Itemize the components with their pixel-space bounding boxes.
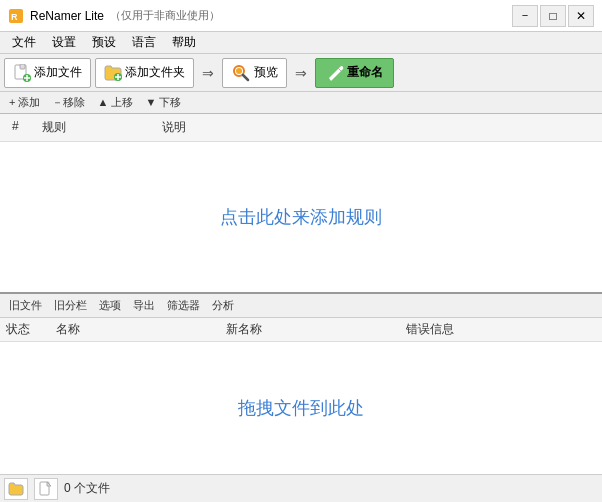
preview-label: 预览 [254, 64, 278, 81]
app-title: ReNamer Lite [30, 9, 104, 23]
add-file-icon [13, 64, 31, 82]
minimize-button[interactable]: － [512, 5, 538, 27]
rename-label: 重命名 [347, 64, 383, 81]
menu-presets[interactable]: 预设 [84, 32, 124, 53]
rules-panel: # 规则 说明 点击此处来添加规则 [0, 114, 602, 294]
menu-file[interactable]: 文件 [4, 32, 44, 53]
files-tab-old-col[interactable]: 旧分栏 [49, 297, 92, 314]
add-file-label: 添加文件 [34, 64, 82, 81]
files-tab-filter[interactable]: 筛选器 [162, 297, 205, 314]
svg-text:R: R [11, 12, 18, 22]
close-button[interactable]: ✕ [568, 5, 594, 27]
app-subtitle: （仅用于非商业使用） [110, 8, 220, 23]
svg-line-12 [243, 75, 248, 80]
files-tab-export[interactable]: 导出 [128, 297, 160, 314]
menu-settings[interactable]: 设置 [44, 32, 84, 53]
files-body[interactable]: 拖拽文件到此处 [0, 342, 602, 474]
add-file-button[interactable]: 添加文件 [4, 58, 91, 88]
rules-header: # 规则 说明 [0, 114, 602, 142]
col-number: # [6, 117, 36, 138]
arrow1: ⇒ [198, 65, 218, 81]
main-area: # 规则 说明 点击此处来添加规则 旧文件 旧分栏 选项 导出 筛选器 分析 状… [0, 114, 602, 474]
rules-sub-toolbar: + 添加 －移除 ▲ 上移 ▼ 下移 [0, 92, 602, 114]
sub-move-up-button[interactable]: ▲ 上移 [92, 94, 138, 111]
sub-move-down-button[interactable]: ▼ 下移 [140, 94, 186, 111]
files-table-header: 状态 名称 新名称 错误信息 [0, 318, 602, 342]
status-icon-right[interactable] [34, 478, 58, 500]
arrow2: ⇒ [291, 65, 311, 81]
main-toolbar: 添加文件 添加文件夹 ⇒ 预览 ⇒ 重命名 [0, 54, 602, 92]
add-folder-label: 添加文件夹 [125, 64, 185, 81]
status-icon-left[interactable] [4, 478, 28, 500]
col-status: 状态 [6, 321, 56, 338]
col-error: 错误信息 [406, 321, 596, 338]
menu-bar: 文件 设置 预设 语言 帮助 [0, 32, 602, 54]
add-folder-icon [104, 64, 122, 82]
file-small-icon [39, 481, 53, 497]
file-count: 0 个文件 [64, 480, 110, 497]
sub-add-button[interactable]: + 添加 [4, 94, 45, 111]
app-icon: R [8, 8, 24, 24]
rules-body[interactable]: 点击此处来添加规则 [0, 142, 602, 292]
menu-language[interactable]: 语言 [124, 32, 164, 53]
preview-button[interactable]: 预览 [222, 58, 287, 88]
title-bar: R ReNamer Lite （仅用于非商业使用） － □ ✕ [0, 0, 602, 32]
col-description: 说明 [156, 117, 596, 138]
sub-remove-button[interactable]: －移除 [47, 94, 90, 111]
window-controls[interactable]: － □ ✕ [512, 5, 594, 27]
col-name: 名称 [56, 321, 226, 338]
maximize-button[interactable]: □ [540, 5, 566, 27]
files-toolbar: 旧文件 旧分栏 选项 导出 筛选器 分析 [0, 294, 602, 318]
files-tab-analyze[interactable]: 分析 [207, 297, 239, 314]
add-rule-hint[interactable]: 点击此处来添加规则 [220, 205, 382, 229]
col-rule: 规则 [36, 117, 156, 138]
svg-rect-3 [20, 64, 25, 69]
preview-icon [231, 63, 251, 83]
svg-point-11 [236, 68, 242, 74]
status-bar: 0 个文件 [0, 474, 602, 502]
files-tab-old-file[interactable]: 旧文件 [4, 297, 47, 314]
col-new-name: 新名称 [226, 321, 406, 338]
rename-icon [326, 64, 344, 82]
folder-small-icon [8, 482, 24, 496]
add-folder-button[interactable]: 添加文件夹 [95, 58, 194, 88]
drag-hint: 拖拽文件到此处 [238, 396, 364, 420]
files-tab-options[interactable]: 选项 [94, 297, 126, 314]
menu-help[interactable]: 帮助 [164, 32, 204, 53]
rename-button[interactable]: 重命名 [315, 58, 394, 88]
files-panel: 旧文件 旧分栏 选项 导出 筛选器 分析 状态 名称 新名称 错误信息 拖拽文件… [0, 294, 602, 474]
title-left: R ReNamer Lite （仅用于非商业使用） [8, 8, 220, 24]
